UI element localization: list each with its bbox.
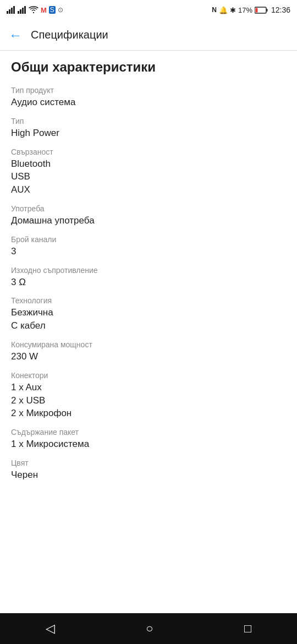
app-icon-extra: ⊙ — [58, 6, 63, 14]
spec-item: ТипHigh Power — [11, 117, 286, 140]
alarm-icon: 🔔 — [219, 6, 228, 14]
spec-value: 1 x Микросистема — [11, 438, 286, 451]
page-title: Спецификации — [31, 29, 108, 41]
svg-rect-2 — [11, 8, 13, 14]
spec-item: УпотребаДомашна употреба — [11, 204, 286, 227]
spec-value: Домашна употреба — [11, 214, 286, 227]
spec-value: 3 — [11, 245, 286, 258]
app-bar: ← Спецификации — [0, 20, 297, 51]
spec-value: Черен — [11, 468, 286, 482]
spec-label: Свързаност — [11, 148, 286, 156]
status-left: M S ⊙ — [7, 6, 63, 14]
spec-label: Изходно съпротивление — [11, 266, 286, 275]
spec-item: СвързаностBluetooth USB AUX — [11, 148, 286, 197]
back-button[interactable]: ← — [9, 28, 22, 43]
spec-value: Bluetooth USB AUX — [11, 157, 286, 197]
svg-rect-6 — [22, 8, 24, 14]
spec-item: Съдържание пакет1 x Микросистема — [11, 428, 286, 451]
spec-label: Съдържание пакет — [11, 428, 286, 436]
spec-item: ТехнологияБезжична С кабел — [11, 296, 286, 332]
svg-rect-7 — [24, 6, 26, 14]
svg-rect-1 — [9, 9, 10, 14]
spec-value: 1 x Aux 2 x USB 2 x Микрофон — [11, 381, 286, 420]
spec-item: Брой канали3 — [11, 235, 286, 258]
spec-value: Аудио система — [11, 96, 286, 109]
status-bar: M S ⊙ N 🔔 ✱ 17% 12:36 — [0, 0, 297, 20]
spec-label: Консумирана мощност — [11, 340, 286, 349]
spec-item: Консумирана мощност230 W — [11, 340, 286, 363]
status-right: N 🔔 ✱ 17% 12:36 — [212, 6, 290, 14]
spec-label: Цвят — [11, 459, 286, 467]
spec-item: ЦвятЧерен — [11, 459, 286, 482]
nav-back-button[interactable]: ◁ — [35, 617, 66, 640]
svg-rect-0 — [7, 11, 8, 14]
nfc-icon: N — [212, 6, 217, 14]
spec-label: Технология — [11, 296, 286, 305]
section-title: Общи характеристики — [11, 59, 286, 75]
battery-icon — [255, 7, 268, 14]
bottom-nav: ◁ ○ □ — [0, 613, 297, 644]
battery-text: 17% — [238, 6, 252, 14]
main-content: Общи характеристики Тип продуктАудио сис… — [0, 51, 297, 613]
spec-label: Тип — [11, 117, 286, 125]
spec-item: Тип продуктАудио система — [11, 86, 286, 109]
bluetooth-icon-status: ✱ — [230, 6, 236, 14]
spec-value: Безжична С кабел — [11, 306, 286, 332]
svg-rect-10 — [255, 8, 257, 12]
svg-rect-3 — [13, 6, 15, 14]
app-icon-mcdonalds: M — [41, 6, 47, 14]
svg-rect-4 — [18, 11, 19, 14]
nav-home-button[interactable]: ○ — [135, 617, 164, 640]
spec-label: Конектори — [11, 371, 286, 380]
spec-value: 230 W — [11, 350, 286, 363]
time-display: 12:36 — [271, 6, 290, 14]
app-icon-s: S — [49, 6, 56, 14]
spec-label: Брой канали — [11, 235, 286, 244]
spec-value: High Power — [11, 127, 286, 140]
signal-icon-2 — [18, 6, 26, 14]
signal-icon-1 — [7, 6, 15, 14]
svg-rect-9 — [266, 9, 267, 12]
nav-recents-button[interactable]: □ — [233, 617, 262, 640]
svg-rect-5 — [20, 9, 21, 14]
spec-value: 3 Ω — [11, 276, 286, 289]
spec-label: Тип продукт — [11, 86, 286, 95]
specs-list: Тип продуктАудио системаТипHigh PowerСвъ… — [11, 86, 286, 482]
spec-item: Конектори1 x Aux 2 x USB 2 x Микрофон — [11, 371, 286, 420]
spec-label: Употреба — [11, 204, 286, 213]
wifi-icon — [29, 6, 38, 14]
spec-item: Изходно съпротивление3 Ω — [11, 266, 286, 289]
